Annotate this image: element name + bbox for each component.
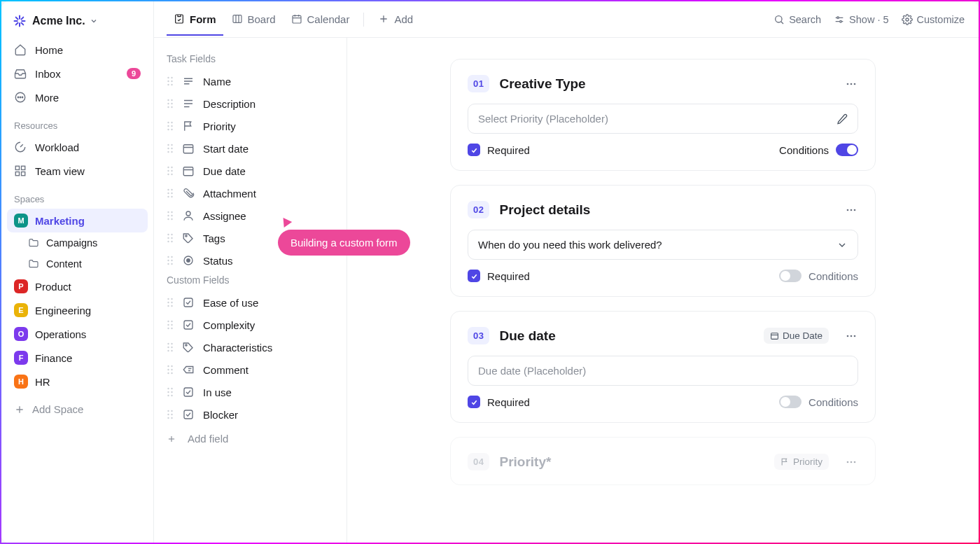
svg-point-149 (850, 209, 853, 211)
nav-inbox[interactable]: Inbox 9 (7, 62, 148, 85)
content: Task Fields Name Description Priority St… (154, 38, 979, 543)
svg-point-150 (854, 209, 856, 211)
svg-rect-135 (184, 388, 192, 396)
question-card-2[interactable]: 02 Project details When do you need this… (450, 185, 876, 297)
field-row[interactable]: Due date (161, 160, 340, 182)
more-horizontal-icon[interactable] (844, 203, 858, 217)
question-card-3[interactable]: 03 Due date Due Date Due date (Placehold… (450, 311, 876, 423)
field-type-icon (182, 319, 195, 331)
svg-point-130 (171, 388, 172, 389)
more-horizontal-icon[interactable] (844, 77, 858, 91)
nav-teamview-label: Team view (35, 165, 85, 177)
customize-button[interactable]: Customize (902, 14, 965, 25)
tab-form[interactable]: Form (167, 4, 223, 36)
field-row[interactable]: Description (161, 92, 340, 115)
space-label: Engineering (35, 305, 91, 316)
show-button[interactable]: Show · 5 (834, 14, 888, 25)
nav-more[interactable]: More (7, 85, 148, 109)
svg-point-132 (171, 391, 172, 393)
question-input[interactable]: Select Priority (Placeholder) (468, 104, 858, 134)
more-horizontal-icon[interactable] (844, 329, 858, 343)
grip-icon (167, 120, 174, 132)
question-card-4[interactable]: 04 Priority* Priority (450, 437, 876, 485)
field-label: In use (203, 386, 232, 398)
field-row[interactable]: Blocker (161, 403, 340, 426)
conditions-toggle[interactable]: Conditions (779, 270, 858, 282)
svg-point-90 (171, 241, 172, 242)
field-row[interactable]: Status (161, 249, 340, 272)
svg-rect-106 (184, 298, 192, 307)
svg-rect-13 (22, 166, 25, 169)
space-marketing[interactable]: M Marketing (7, 209, 148, 232)
field-type-icon (182, 165, 195, 177)
field-label: Description (203, 98, 255, 110)
svg-point-122 (171, 365, 172, 367)
field-row[interactable]: Priority (161, 115, 340, 137)
field-type-icon (182, 97, 195, 110)
required-checkbox[interactable]: Required (468, 270, 530, 282)
svg-point-78 (167, 211, 169, 213)
nav-teamview[interactable]: Team view (7, 159, 148, 183)
question-card-1[interactable]: 01 Creative Type Select Priority (Placeh… (450, 59, 876, 171)
field-label: Status (203, 255, 233, 267)
field-row[interactable]: In use (161, 381, 340, 403)
space-finance[interactable]: F Finance (7, 346, 148, 370)
svg-point-50 (167, 122, 169, 123)
space-product[interactable]: P Product (7, 274, 148, 298)
svg-point-10 (20, 97, 21, 98)
nav-home[interactable]: Home (7, 38, 148, 62)
folder-campaigns[interactable]: Campaigns (7, 232, 148, 253)
more-horizontal-icon[interactable] (844, 455, 858, 469)
required-checkbox[interactable]: Required (468, 396, 530, 408)
svg-point-87 (167, 237, 169, 239)
add-field-button[interactable]: Add field (161, 426, 340, 452)
folder-content[interactable]: Content (7, 253, 148, 274)
field-row[interactable]: Complexity (161, 314, 340, 336)
svg-rect-19 (233, 15, 241, 23)
field-type-icon (182, 296, 195, 309)
question-select[interactable]: When do you need this work delivered? (468, 230, 858, 260)
add-space-button[interactable]: Add Space (7, 396, 148, 422)
search-button[interactable]: Search (774, 14, 821, 25)
checkbox-icon (468, 270, 480, 282)
svg-point-121 (167, 365, 169, 367)
field-row[interactable]: Ease of use (161, 291, 340, 314)
svg-point-157 (850, 461, 853, 463)
svg-line-6 (22, 18, 24, 20)
svg-rect-12 (15, 166, 19, 169)
conditions-toggle[interactable]: Conditions (779, 144, 858, 156)
form-canvas: 01 Creative Type Select Priority (Placeh… (347, 38, 979, 543)
tab-add-view[interactable]: Add (371, 4, 420, 36)
field-label: Tags (203, 232, 225, 244)
space-hr[interactable]: H HR (7, 370, 148, 393)
svg-point-81 (171, 215, 172, 216)
space-operations[interactable]: O Operations (7, 322, 148, 346)
tab-label: Form (190, 13, 216, 25)
nav-workload[interactable]: Workload (7, 135, 148, 159)
field-row[interactable]: Attachment (161, 182, 340, 204)
resources-heading: Resources (7, 109, 148, 135)
field-row[interactable]: Characteristics (161, 336, 340, 358)
svg-point-123 (167, 369, 169, 370)
field-row[interactable]: Start date (161, 137, 340, 160)
edit-icon[interactable] (836, 113, 848, 125)
svg-point-95 (171, 260, 172, 261)
tab-calendar[interactable]: Calendar (284, 4, 357, 36)
required-label: Required (487, 396, 530, 408)
field-row[interactable]: Name (161, 70, 340, 92)
space-badge: H (14, 375, 28, 389)
checkbox-icon (468, 396, 480, 408)
grip-icon (167, 210, 174, 221)
field-row[interactable]: Comment (161, 358, 340, 381)
space-engineering[interactable]: E Engineering (7, 298, 148, 322)
question-number: 03 (468, 327, 489, 344)
field-row[interactable]: Assignee (161, 204, 340, 227)
workspace-switcher[interactable]: Acme Inc. (7, 10, 148, 38)
question-input[interactable]: Due date (Placeholder) (468, 356, 858, 386)
conditions-toggle[interactable]: Conditions (779, 396, 858, 408)
svg-point-116 (167, 347, 169, 348)
field-row[interactable]: Tags (161, 227, 340, 249)
svg-point-34 (906, 18, 909, 21)
required-checkbox[interactable]: Required (468, 144, 530, 156)
tab-board[interactable]: Board (225, 4, 283, 36)
